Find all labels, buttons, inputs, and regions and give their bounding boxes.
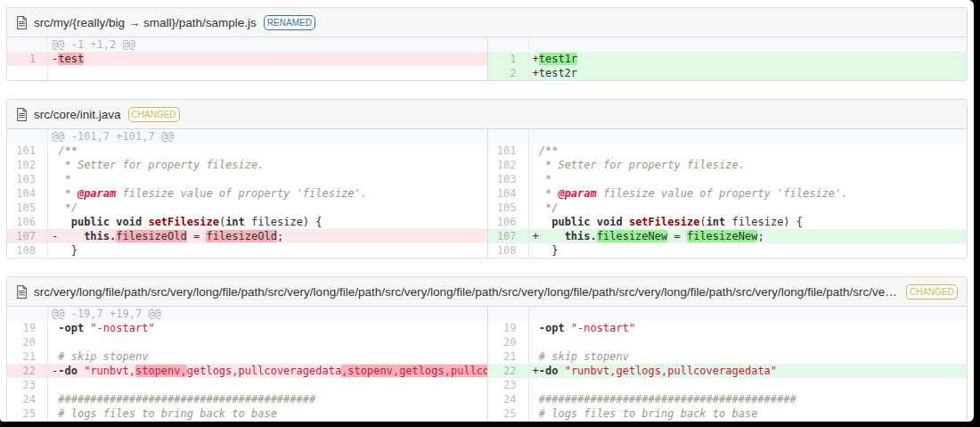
diff-line-row: 106 public void setFilesize(int filesize… [7,215,487,229]
diff-line-row: 105 */ [488,201,968,215]
line-number: 105 [7,201,48,215]
code-token [623,216,629,228]
code-token: test1r [539,53,577,65]
diff-line-row: 21 # skip stopenv [7,349,487,364]
line-code: * [48,172,487,186]
line-number: 103 [7,172,48,186]
code-token: * [64,187,77,200]
code-token: /** [539,144,559,157]
line-number: 20 [7,335,48,349]
code-token [52,201,64,214]
code-token: "-nostart" [90,322,154,334]
line-number: 22 [7,364,48,378]
code-token: +test2r [533,67,578,79]
line-code [529,335,968,349]
file-diff-panel: src/my/{really/big → small}/path/sample.… [6,7,968,81]
code-token: */ [545,201,558,214]
code-token: public [71,216,110,228]
code-token [533,173,545,185]
file-name: src/my/{really/big → small}/path/sample.… [34,16,257,29]
code-token: * Setter for property filesize. [545,159,745,171]
diff-line-row: 108 } [488,243,968,258]
file-name: src/very/long/file/path/src/very/long/fi… [34,285,899,299]
diff-line-row: 19 -opt "-nostart" [7,321,487,335]
diff-line-row: 1-test [7,52,487,66]
diff-side-right: 1+test1r2+test2r [487,37,968,80]
line-code: public void setFilesize(int filesize) { [529,215,968,229]
code-token: * Setter for property filesize. [64,159,264,171]
code-token: public [551,216,590,228]
code-token: -opt [58,322,84,334]
code-token [58,230,84,242]
line-code: ######################################## [529,392,968,406]
code-token: int [225,216,245,228]
line-number: 24 [7,392,48,406]
page-surface: src/my/{really/big → small}/path/sample.… [0,0,974,422]
diff-line-row: 25 # logs files to bring back to base [7,406,487,421]
diff-line-row: 104 * @param filesize value of property … [7,186,487,201]
line-code [529,378,968,392]
line-number: 101 [488,144,529,158]
document-icon [16,285,28,299]
code-token: test [58,53,84,65]
line-number [488,307,529,321]
line-number [7,307,48,321]
line-number: 108 [488,243,529,258]
hunk-header-row [488,129,968,144]
code-token: */ [64,201,77,214]
line-code: -opt "-nostart" [529,321,968,335]
code-token: /** [58,144,78,157]
line-number [488,129,529,144]
hunk-header-text: @@ -19,7 +19,7 @@ [48,307,487,321]
file-status-badge: CHANGED [128,107,180,122]
code-token: filesize value of property 'filesize'. [116,187,367,200]
code-token: @param [78,187,116,200]
diff-side-left: @@ -1 +1,2 @@1-test [7,37,487,80]
code-token: filesizeOld [206,230,276,242]
diff-line-row: 104 * @param filesize value of property … [488,186,968,201]
code-token: filesize) { [245,216,323,228]
file-header: src/my/{really/big → small}/path/sample.… [7,8,967,37]
line-code: -test [48,52,487,66]
code-token [591,216,597,228]
line-number: 104 [7,186,48,201]
line-code: + this.filesizeNew = filesizeNew; [529,229,968,243]
code-token: } [533,244,559,257]
file-header: src/very/long/file/path/src/very/long/fi… [7,277,967,307]
line-code: -opt "-nostart" [48,321,487,335]
code-token: "-nostart" [571,322,635,334]
code-token: void [116,216,142,228]
code-token [533,159,545,171]
diff-line-row: 24 #####################################… [7,392,487,406]
line-code: } [529,243,968,258]
code-token: } [52,244,78,257]
code-token: setFilesize [148,216,218,228]
code-token [533,407,539,420]
diff-line-row: 23 [488,378,968,392]
code-token: ( [699,216,706,228]
diff-line-row: 20 [7,335,487,349]
line-code: +test2r [529,66,968,80]
code-token: # skip stopenv [539,350,629,363]
code-token: # logs files to bring back to base [58,407,277,420]
hunk-header-row [488,37,968,52]
code-token: filesizeNew [597,230,667,242]
code-token: + [533,365,539,377]
diff-line-row: 101 /** [488,144,968,158]
line-number: 106 [488,215,529,229]
code-token: filesizeNew [687,230,757,242]
line-code: +-do "runbvt,getlogs,pullcoveragedata" [529,364,968,378]
code-token: "runbvt, [84,365,135,377]
line-number: 105 [488,201,529,215]
line-number: 101 [7,144,48,158]
code-token: ######################################## [58,393,315,406]
diff-line-row: 107- this.filesizeOld = filesizeOld; [7,229,487,243]
line-number: 19 [488,321,529,335]
file-icon-wrap [16,285,28,299]
code-token [533,201,545,214]
code-token [565,322,571,334]
line-number [7,129,48,144]
code-token: void [597,216,623,228]
line-code [48,378,487,392]
diff-line-row: 102 * Setter for property filesize. [488,158,968,172]
